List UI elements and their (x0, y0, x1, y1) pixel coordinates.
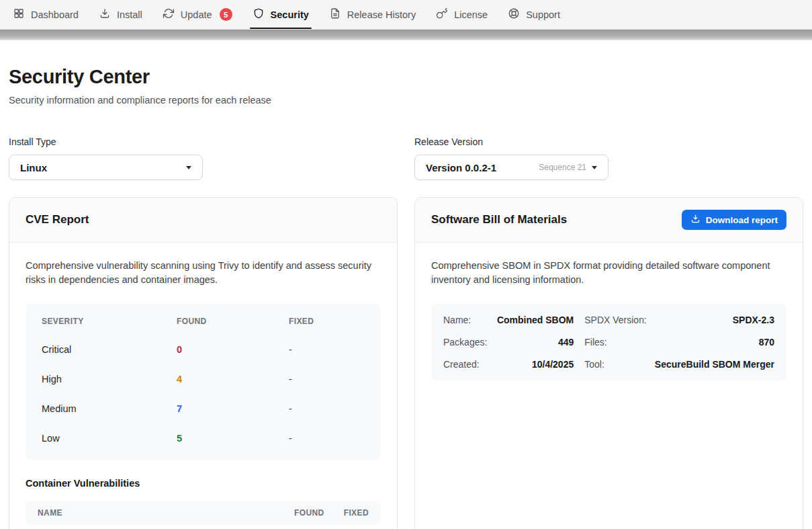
cve-report-header: CVE Report (9, 198, 397, 243)
cve-report-title: CVE Report (26, 213, 89, 227)
sbom-body: Comprehensive SBOM in SPDX format provid… (415, 243, 803, 397)
filters-row: Install Type Linux Release Version Versi… (9, 136, 803, 180)
top-navigation: Dashboard Install Update 5 Security Rele… (0, 0, 812, 30)
sbom-detail-value: 449 (495, 337, 574, 348)
column-header-fixed: FIXED (344, 508, 369, 518)
sbom-header: Software Bill of Materials Download repo… (415, 198, 803, 243)
download-report-button[interactable]: Download report (682, 210, 786, 230)
install-type-label: Install Type (9, 136, 398, 147)
report-cards: CVE Report Comprehensive vulnerability s… (9, 197, 803, 529)
severity-table: SEVERITY FOUND FIXED Critical 0 - High 4… (26, 304, 381, 460)
sbom-detail-value: SPDX-2.3 (655, 315, 774, 325)
refresh-icon (163, 7, 175, 22)
sbom-detail-value: 10/4/2025 (495, 359, 574, 370)
nav-tab-label: Security (271, 9, 309, 20)
update-count-badge: 5 (220, 8, 232, 21)
sbom-title: Software Bill of Materials (431, 213, 567, 227)
life-buoy-icon (508, 7, 520, 22)
severity-found-count: 4 (177, 374, 289, 384)
severity-table-header: SEVERITY FOUND FIXED (26, 308, 381, 335)
install-type-filter: Install Type Linux (9, 136, 398, 180)
release-version-label: Release Version (414, 136, 803, 147)
severity-fixed-count: - (289, 344, 365, 355)
file-text-icon (329, 7, 341, 22)
release-version-select[interactable]: Version 0.0.2-1 Sequence 21 (414, 155, 608, 180)
sbom-detail-value: 870 (655, 337, 774, 348)
nav-tab-label: Dashboard (31, 9, 79, 20)
sbom-detail-label: Files: (584, 337, 647, 348)
severity-fixed-count: - (289, 433, 365, 444)
sbom-detail-value: SecureBuild SBOM Merger (655, 359, 774, 370)
sbom-detail-label: Tool: (584, 359, 647, 370)
severity-fixed-count: - (289, 403, 365, 414)
sbom-detail-label: Created: (443, 359, 487, 370)
key-icon (436, 7, 448, 22)
container-vulnerabilities-title: Container Vulnerabilities (26, 478, 381, 489)
nav-tab-security[interactable]: Security (242, 0, 319, 29)
column-header-found: FOUND (177, 317, 289, 326)
sbom-details: Name: Combined SBOM SPDX Version: SPDX-2… (431, 304, 786, 380)
nav-tab-label: Support (526, 9, 560, 20)
sbom-detail-label: SPDX Version: (584, 315, 647, 325)
cve-report-description: Comprehensive vulnerability scanning usi… (26, 259, 381, 287)
severity-row: Low 5 - (26, 423, 381, 453)
nav-tab-label: Install (117, 9, 142, 20)
container-vulnerabilities-header: NAME FOUND FIXED (26, 501, 381, 525)
nav-tab-support[interactable]: Support (498, 0, 570, 29)
nav-tab-label: License (454, 9, 488, 20)
severity-name: Critical (42, 344, 177, 355)
download-icon (690, 214, 701, 226)
shield-icon (253, 7, 265, 22)
sbom-detail-label: Packages: (443, 337, 487, 348)
severity-name: Medium (42, 403, 177, 414)
chevron-down-icon (186, 166, 191, 169)
download-report-label: Download report (706, 215, 778, 225)
nav-tab-update[interactable]: Update 5 (152, 0, 242, 29)
nav-tab-dashboard[interactable]: Dashboard (3, 0, 89, 29)
release-version-filter: Release Version Version 0.0.2-1 Sequence… (414, 136, 803, 180)
page-subtitle: Security information and compliance repo… (9, 95, 803, 106)
download-icon (99, 7, 111, 22)
nav-tab-release-history[interactable]: Release History (319, 0, 426, 29)
column-header-found: FOUND (294, 508, 324, 518)
severity-row: Medium 7 - (26, 394, 381, 423)
sbom-description: Comprehensive SBOM in SPDX format provid… (431, 259, 786, 287)
cve-report-card: CVE Report Comprehensive vulnerability s… (9, 197, 398, 529)
install-type-value: Linux (20, 162, 47, 173)
column-header-severity: SEVERITY (42, 317, 177, 326)
security-center-page: Security Center Security information and… (0, 66, 812, 529)
nav-tab-license[interactable]: License (426, 0, 498, 29)
chevron-down-icon (592, 166, 597, 169)
nav-tab-label: Update (181, 9, 212, 20)
install-type-select[interactable]: Linux (9, 155, 203, 180)
release-version-value: Version 0.0.2-1 (426, 162, 496, 173)
severity-fixed-count: - (289, 374, 365, 384)
top-shadow-divider (0, 30, 812, 40)
severity-row: High 4 - (26, 364, 381, 394)
cve-report-body: Comprehensive vulnerability scanning usi… (9, 243, 397, 529)
nav-tab-label: Release History (347, 9, 416, 20)
severity-found-count: 7 (177, 403, 289, 414)
severity-row: Critical 0 - (26, 335, 381, 364)
release-sequence-label: Sequence 21 (539, 163, 586, 172)
severity-name: Low (42, 433, 177, 444)
sbom-detail-label: Name: (443, 315, 487, 325)
dashboard-icon (13, 7, 25, 22)
nav-tab-install[interactable]: Install (89, 0, 152, 29)
severity-found-count: 5 (177, 433, 289, 444)
sbom-detail-value: Combined SBOM (495, 315, 574, 325)
severity-name: High (42, 374, 177, 384)
column-header-name: NAME (38, 508, 294, 518)
sbom-card: Software Bill of Materials Download repo… (414, 197, 803, 529)
severity-found-count: 0 (177, 344, 289, 355)
column-header-fixed: FIXED (289, 317, 365, 326)
page-title: Security Center (9, 66, 803, 88)
